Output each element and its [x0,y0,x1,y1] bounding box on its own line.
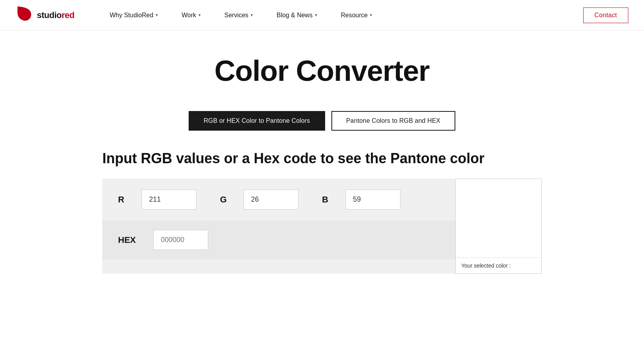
nav-item-blog-news[interactable]: Blog & News ▾ [265,0,329,31]
chevron-down-icon: ▾ [315,13,317,18]
nav-links: Why StudioRed ▾ Work ▾ Services ▾ Blog &… [98,0,384,31]
hex-input[interactable] [153,230,208,250]
chevron-down-icon: ▾ [370,13,372,18]
page-title: Color Converter [102,54,542,87]
hex-row: HEX [102,220,455,259]
selected-color-label: Your selected color : [456,257,541,273]
chevron-down-icon: ▾ [251,13,253,18]
b-input[interactable] [346,189,400,210]
chevron-down-icon: ▾ [198,13,201,18]
nav-item-why-studiored[interactable]: Why StudioRed ▾ [98,0,170,31]
tab-pantone-to-rgb[interactable]: Pantone Colors to RGB and HEX [331,111,455,131]
tab-rgb-to-pantone[interactable]: RGB or HEX Color to Pantone Colors [189,111,325,131]
logo[interactable]: studiored [16,5,75,26]
g-input[interactable] [244,189,298,210]
chevron-down-icon: ▾ [156,13,158,18]
rgb-row: R G B [102,179,455,220]
contact-button[interactable]: Contact [583,7,628,23]
g-label: G [220,195,232,205]
b-label: B [322,195,334,205]
nav-item-work[interactable]: Work ▾ [170,0,213,31]
r-input[interactable] [142,189,196,210]
main-content: Color Converter RGB or HEX Color to Pant… [87,31,557,297]
input-section: R G B HEX Your selected color : [102,179,542,274]
tab-row: RGB or HEX Color to Pantone Colors Panto… [102,111,542,131]
color-preview-panel: Your selected color : [455,179,542,274]
nav-item-services[interactable]: Services ▾ [213,0,265,31]
inputs-left: R G B HEX [102,179,455,274]
hex-label: HEX [118,235,142,245]
color-swatch [456,179,541,257]
r-label: R [118,195,130,205]
nav-item-resource[interactable]: Resource ▾ [329,0,384,31]
navbar: studiored Why StudioRed ▾ Work ▾ Service… [0,0,644,31]
section-subtitle: Input RGB values or a Hex code to see th… [102,150,542,167]
